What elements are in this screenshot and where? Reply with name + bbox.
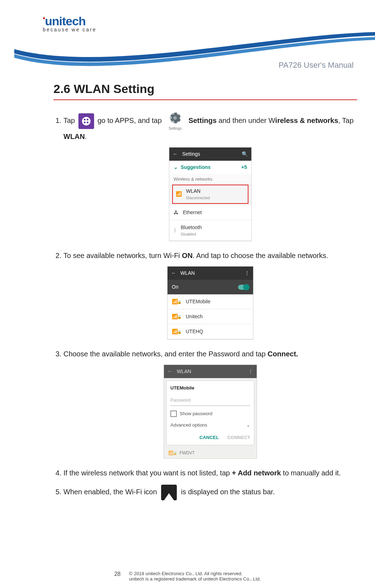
document-title: PA726 User's Manual <box>279 61 354 70</box>
step-4: If the wireless network that you want is… <box>63 468 357 478</box>
shot2-title: WLAN <box>180 269 195 277</box>
shot2-net3: UTEHQ <box>186 328 203 335</box>
connect-dialog: UTEMobile Password Show password Advance… <box>167 381 254 445</box>
back-icon: ← <box>171 269 176 277</box>
wifi-icon: 📶 <box>176 190 182 198</box>
wlan-list-screenshot: ← WLAN ⋮ On 📶 UTEMobile 📶 <box>167 266 253 340</box>
svg-point-1 <box>173 116 177 120</box>
shot1-wlan: WLAN <box>186 187 210 195</box>
brand-tagline: because we care <box>43 27 97 32</box>
wifi-icon: 📶 <box>172 313 181 320</box>
step-1-text-d: and then under W <box>217 117 276 124</box>
shot1-title: Settings <box>182 150 200 158</box>
step-5-text-a: When enabled, the Wi-Fi icon <box>63 488 157 496</box>
wlan-connect-screenshot: ← WLAN ⋮ UTEMobile Password Show passwor… <box>164 365 257 459</box>
password-field-placeholder: Password <box>170 394 250 406</box>
wifi-icon: 📶 <box>172 328 181 335</box>
wlan-toggle <box>238 285 249 290</box>
bluetooth-icon: ᛒ <box>174 227 176 234</box>
chevron-down-icon: ⌄ <box>246 422 250 429</box>
shot3-title: WLAN <box>177 368 191 375</box>
search-icon: 🔍 <box>242 150 248 158</box>
page-footer: 28 © 2018 unitech Electronics Co., Ltd. … <box>0 571 375 582</box>
show-password-checkbox <box>170 411 177 417</box>
wifi-icon: 📶 <box>172 298 181 305</box>
step-2-text-c: . And tap to choose the available networ… <box>192 252 328 259</box>
step-4-text-c: to manually add it. <box>281 469 341 477</box>
copyright-line-1: © 2018 unitech Electronics Co., Ltd. All… <box>129 571 261 576</box>
shot1-ethernet: Ethernet <box>183 209 202 216</box>
cancel-button-label: CANCEL <box>200 434 219 441</box>
copyright-line-2: unitech is a registered trademark of uni… <box>129 576 261 582</box>
wifi-status-icon <box>161 485 177 500</box>
settings-icon-label: Settings <box>169 126 181 131</box>
step-2: To see available networks, turn Wi-Fi ON… <box>63 250 357 340</box>
wifi-icon: 📶 <box>168 450 177 455</box>
step-3-bold-connect: Connect. <box>268 350 298 358</box>
shot1-bluetooth-sub: Disabled <box>181 231 202 237</box>
overflow-icon: ⋮ <box>248 368 253 375</box>
settings-gear-icon: Settings <box>165 111 185 131</box>
shot3-dimnet: FWDVT <box>180 450 195 455</box>
step-2-text-a: To see available networks, turn Wi-Fi <box>63 252 182 259</box>
step-1-text-b: go to APPS, and tap <box>97 117 161 124</box>
back-icon: ← <box>168 368 173 375</box>
step-2-bold-on: ON <box>182 252 192 259</box>
shot2-net1: UTEMobile <box>186 298 210 305</box>
connect-button-label: CONNECT <box>227 434 250 441</box>
shot2-net2: Unitech <box>186 313 202 320</box>
step-3: Choose the available networks, and enter… <box>63 349 357 459</box>
apps-launcher-icon <box>78 113 94 129</box>
step-5-text-b: is displayed on the status bar. <box>181 488 275 496</box>
step-1-bold-settings: Settings <box>189 117 217 124</box>
step-1-text-a: Tap <box>63 117 75 124</box>
advanced-options-label: Advanced options <box>170 422 207 429</box>
step-1-bold-wireless: ireless & networks <box>275 117 338 124</box>
shot1-bluetooth: Bluetooth <box>181 224 202 231</box>
step-5: When enabled, the Wi-Fi icon is displaye… <box>63 485 357 500</box>
section-rule <box>53 99 357 100</box>
shot2-on-state: On <box>172 283 179 291</box>
back-icon: ← <box>173 150 178 158</box>
wlan-highlight-box: 📶 WLAN Disconnected <box>172 185 248 204</box>
step-1-text-f: , Tap <box>338 117 354 124</box>
step-1-bold-wlan: WLAN <box>63 133 85 140</box>
page-number: 28 <box>114 571 120 582</box>
shot1-category: Wireless & networks <box>169 174 251 183</box>
step-4-text-a: If the wireless network that you want is… <box>63 469 232 477</box>
section-title: 2.6 WLAN Setting <box>53 82 357 96</box>
step-3-text-a: Choose the available networks, and enter… <box>63 350 268 358</box>
step-1: Tap go to APPS, and tap Settings Setting… <box>63 111 357 241</box>
header-swoosh <box>14 32 375 82</box>
shot3-dialog-title: UTEMobile <box>170 385 250 392</box>
brand-name: unitech <box>45 14 86 28</box>
shot1-suggestions: Suggestions <box>181 164 211 170</box>
ethernet-icon: 🖧 <box>174 209 179 216</box>
shot1-wlan-sub: Disconnected <box>186 195 210 201</box>
show-password-label: Show password <box>180 410 212 417</box>
chevron-down-icon: ⌄ <box>174 164 178 170</box>
step-1-text-h: . <box>85 133 87 140</box>
brand-logo: •unitech because we care <box>43 14 97 32</box>
overflow-icon: ⋮ <box>245 269 250 277</box>
shot1-suggestions-count: +5 <box>241 164 247 171</box>
settings-screenshot: ← Settings 🔍 ⌄ Suggestions +5 Wireless &… <box>169 147 252 241</box>
step-4-bold-add: + Add network <box>232 469 281 477</box>
